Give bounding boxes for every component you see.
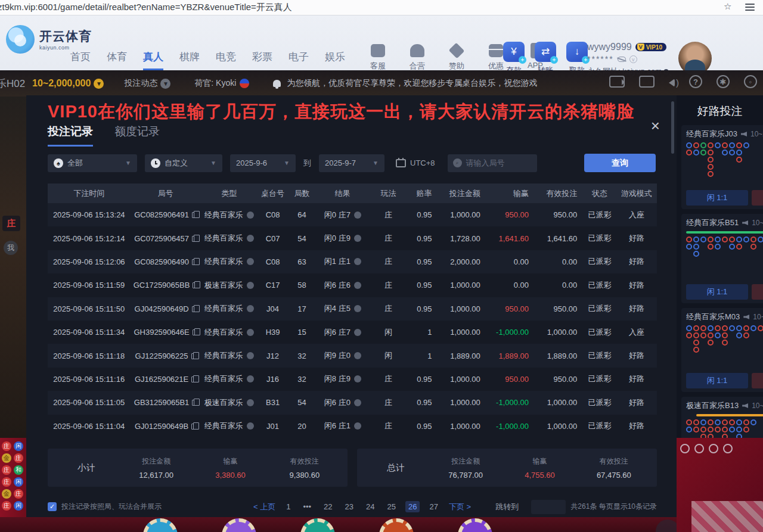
- page-27[interactable]: 27: [426, 501, 441, 512]
- bet-feed-chevron-icon[interactable]: ▼: [160, 79, 170, 89]
- nav-item-电竞[interactable]: 电竞: [216, 50, 236, 70]
- nav-item-首页[interactable]: 首页: [70, 50, 91, 70]
- copy-icon[interactable]: [193, 282, 197, 288]
- page-1[interactable]: 1: [283, 501, 293, 512]
- bet-chip[interactable]: [222, 518, 256, 532]
- bet-chip[interactable]: [458, 518, 492, 532]
- settings-gear-icon[interactable]: ✱: [717, 75, 730, 88]
- round-number-input[interactable]: ⌕ 请输入局号: [448, 154, 537, 172]
- cell-mode: 入座: [616, 210, 657, 220]
- page-22[interactable]: 22: [321, 501, 335, 512]
- player-bet-button[interactable]: 闲 1:1: [686, 373, 748, 388]
- bookmark-star-icon[interactable]: ☆: [724, 1, 733, 11]
- cell-play: 庄: [370, 374, 407, 384]
- copy-icon[interactable]: [192, 400, 197, 406]
- screen-icon[interactable]: [639, 76, 655, 88]
- game-type-select[interactable]: ♠ 全部▼: [48, 154, 137, 172]
- road-column: [686, 325, 692, 369]
- cell-amount: 2,000.00: [438, 257, 486, 266]
- page-23[interactable]: 23: [342, 501, 356, 512]
- help-icon[interactable]: ?: [689, 75, 702, 88]
- road-card-经典百家乐B51[interactable]: 经典百家乐B5110~2,000,000闲 1:1庄 1:0.95: [681, 214, 763, 303]
- road-card-经典百家乐M03[interactable]: 经典百家乐M0310~2,000,000闲 1:1庄 1:0.95: [681, 308, 763, 392]
- url-bar[interactable]: zt9km.vip:6001/game/detail/realbet?enNam…: [0, 2, 292, 13]
- bet-chip[interactable]: 500: [379, 518, 414, 532]
- copy-icon[interactable]: [192, 236, 197, 242]
- modal-scrollbar[interactable]: [671, 101, 674, 154]
- jump-page-input[interactable]: [531, 500, 566, 514]
- good-road-sidebar: 好路投注 经典百家乐J0310~2,000,000闲 1:1庄 1:0.95经典…: [677, 95, 763, 438]
- nav-item-棋牌[interactable]: 棋牌: [179, 50, 200, 70]
- result-dot-icon: [354, 258, 361, 265]
- bet-chip[interactable]: [300, 518, 335, 532]
- cell-winloss: 950.00: [486, 304, 535, 313]
- background-casino-right: [677, 438, 763, 532]
- cell-odds: 0.95: [407, 304, 438, 313]
- road-dot: [700, 142, 706, 148]
- v-circle-icon[interactable]: v: [629, 55, 637, 63]
- nav-item-真人[interactable]: 真人: [143, 50, 163, 70]
- road-dot: [722, 340, 728, 346]
- prev-page-button[interactable]: < 上页: [253, 502, 275, 512]
- player-bet-button[interactable]: 闲 1:1: [686, 190, 748, 206]
- road-column: [722, 325, 728, 369]
- quick-action-赞助[interactable]: 赞助: [443, 44, 470, 71]
- copy-icon[interactable]: [192, 259, 197, 265]
- cell-status: 已派彩: [583, 280, 616, 291]
- next-page-button[interactable]: 下页 >: [449, 502, 471, 512]
- road-dot: [700, 434, 706, 438]
- nav-item-电子[interactable]: 电子: [289, 50, 309, 70]
- road-ring-icon: [680, 444, 690, 453]
- page-25[interactable]: 25: [384, 501, 399, 512]
- nav-item-彩票[interactable]: 彩票: [252, 50, 272, 70]
- date-from-select[interactable]: 2025-9-6▼: [230, 154, 296, 172]
- tab-额度记录[interactable]: 额度记录: [114, 124, 160, 147]
- merge-checkbox[interactable]: ✓: [48, 502, 57, 511]
- cell-game-type: 经典百家乐: [201, 350, 258, 361]
- copy-icon[interactable]: [191, 353, 196, 359]
- copy-icon[interactable]: [192, 306, 197, 312]
- road-dot: [686, 427, 692, 433]
- road-card-title: 经典百家乐B51: [686, 217, 739, 228]
- page-26[interactable]: 26: [405, 501, 420, 512]
- info-dot-icon: [247, 258, 254, 265]
- cell-time: 2025-09-06 15:13:24: [48, 210, 130, 219]
- page-24[interactable]: 24: [363, 501, 377, 512]
- time-mode-select[interactable]: 自定义▼: [145, 154, 222, 172]
- banker-bet-button[interactable]: 庄 1:0.95: [752, 190, 763, 206]
- copy-icon[interactable]: [191, 377, 196, 382]
- nav-item-娱乐[interactable]: 娱乐: [325, 50, 345, 70]
- calendar-icon[interactable]: [396, 159, 406, 167]
- video-icon[interactable]: [609, 76, 625, 88]
- bet-feed-label[interactable]: 投注动态: [124, 78, 157, 89]
- close-icon[interactable]: ×: [651, 118, 660, 133]
- player-bet-button[interactable]: 闲 1:1: [686, 284, 748, 300]
- query-button[interactable]: 查询: [584, 154, 656, 172]
- nav-item-体育[interactable]: 体育: [107, 50, 127, 70]
- profile-icon[interactable]: ◦: [744, 75, 757, 88]
- browser-menu-icon[interactable]: [745, 4, 755, 11]
- speaker-icon[interactable]: [669, 79, 675, 87]
- copy-icon[interactable]: [192, 212, 197, 218]
- bet-chip[interactable]: [143, 518, 178, 532]
- cell-game-type: 经典百家乐: [201, 327, 258, 338]
- bead-row: 庄和: [2, 465, 24, 475]
- marquee-text: 为您领航，优质荷官尽享尊荣，欢迎您移步专属桌台娱乐，祝您游戏愉快!: [287, 78, 537, 89]
- quick-action-合营[interactable]: 合营: [404, 44, 430, 71]
- banker-bet-button[interactable]: 庄 1:0.95: [752, 284, 763, 300]
- game-strip: 乐H02 10~2,000,000 ▼ 投注动态 ▼ 荷官: Kyoki 为您领…: [0, 70, 763, 97]
- banker-bet-button[interactable]: 庄 1:0.95: [752, 373, 763, 388]
- road-card-经典百家乐J03[interactable]: 经典百家乐J0310~2,000,000闲 1:1庄 1:0.95: [681, 125, 763, 209]
- road-card-header: 经典百家乐J0310~2,000,000: [686, 129, 763, 139]
- bet-range-chevron-icon[interactable]: ▼: [94, 79, 104, 89]
- quick-action-客服[interactable]: 客服: [365, 44, 391, 71]
- road-card-极速百家乐B13[interactable]: 极速百家乐B1310~2,000,000闲 1:1庄 1:0.95: [681, 397, 763, 438]
- eye-off-icon[interactable]: [618, 57, 626, 62]
- site-logo[interactable]: 开云体育 kaiyun.com: [6, 25, 92, 54]
- cell-valid: 1,641.60: [535, 234, 583, 243]
- tab-投注记录[interactable]: 投注记录: [48, 124, 93, 147]
- copy-icon[interactable]: [191, 424, 196, 430]
- copy-icon[interactable]: [193, 329, 197, 335]
- cell-amount: 1,728.00: [438, 234, 486, 243]
- date-to-select[interactable]: 2025-9-7▼: [319, 154, 384, 172]
